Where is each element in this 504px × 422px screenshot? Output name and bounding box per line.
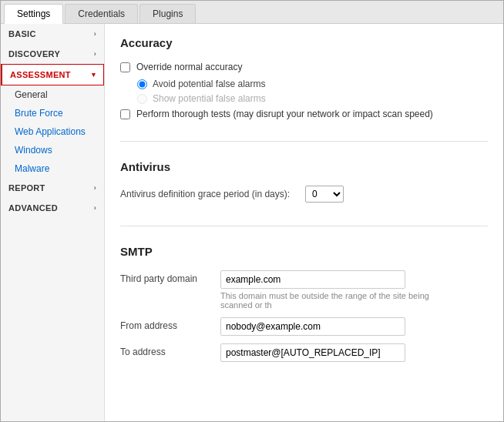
main-area: BASIC › DISCOVERY › ASSESSMENT ▾ General… [1, 24, 503, 421]
smtp-title: SMTP [120, 245, 488, 261]
sidebar-report-label: REPORT [8, 183, 45, 193]
tab-settings[interactable]: Settings [4, 4, 63, 24]
thorough-tests-checkbox[interactable] [120, 109, 130, 119]
sidebar-basic-label: BASIC [8, 29, 36, 39]
sidebar-item-assessment[interactable]: ASSESSMENT ▾ [1, 64, 104, 85]
sidebar-item-advanced[interactable]: ADVANCED › [1, 198, 104, 218]
sidebar: BASIC › DISCOVERY › ASSESSMENT ▾ General… [1, 24, 105, 421]
third-party-domain-group: This domain must be outside the range of… [220, 270, 488, 310]
sidebar-discovery-label: DISCOVERY [8, 49, 60, 59]
chevron-right-icon: › [94, 30, 96, 38]
tab-bar: Settings Credentials Plugins [1, 1, 503, 24]
settings-window: Settings Credentials Plugins BASIC › DIS… [0, 0, 504, 422]
grace-period-select[interactable]: 0 1 2 3 5 7 14 30 [305, 186, 344, 203]
chevron-down-icon: ▾ [92, 71, 96, 79]
third-party-domain-row: Third party domain This domain must be o… [120, 270, 488, 310]
show-alarms-radio[interactable] [137, 94, 147, 104]
from-address-input[interactable] [220, 317, 405, 336]
to-address-input[interactable] [220, 343, 405, 362]
avoid-false-alarms-row: Avoid potential false alarms [137, 79, 488, 89]
antivirus-section: Antivirus Antivirus definition grace per… [120, 160, 488, 226]
from-address-label: From address [120, 317, 220, 331]
sidebar-item-basic[interactable]: BASIC › [1, 24, 104, 44]
third-party-domain-label: Third party domain [120, 270, 220, 284]
grace-period-label: Antivirus definition grace period (in da… [120, 189, 305, 199]
sidebar-sub-brute-force[interactable]: Brute Force [1, 104, 104, 122]
to-address-group [220, 343, 488, 362]
chevron-right-icon: › [94, 184, 96, 192]
show-alarms-label: Show potential false alarms [153, 93, 266, 104]
sidebar-assessment-label: ASSESSMENT [10, 70, 71, 79]
grace-period-row: Antivirus definition grace period (in da… [120, 186, 488, 203]
sidebar-item-discovery[interactable]: DISCOVERY › [1, 44, 104, 64]
avoid-alarms-radio[interactable] [137, 79, 147, 89]
override-accuracy-label: Override normal accuracy [136, 62, 242, 72]
third-party-domain-input[interactable] [220, 270, 405, 289]
sidebar-sub-malware[interactable]: Malware [1, 159, 104, 178]
to-address-label: To address [120, 343, 220, 357]
sidebar-sub-windows[interactable]: Windows [1, 141, 104, 159]
to-address-row: To address [120, 343, 488, 362]
override-accuracy-row: Override normal accuracy [120, 62, 488, 72]
thorough-tests-label: Perform thorough tests (may disrupt your… [136, 109, 433, 119]
override-accuracy-checkbox[interactable] [120, 62, 130, 72]
third-party-domain-hint: This domain must be outside the range of… [220, 291, 452, 310]
sidebar-sub-general[interactable]: General [1, 85, 104, 104]
smtp-section: SMTP Third party domain This domain must… [120, 245, 488, 385]
tab-credentials[interactable]: Credentials [65, 4, 138, 23]
accuracy-section: Accuracy Override normal accuracy Avoid … [120, 36, 488, 142]
from-address-row: From address [120, 317, 488, 336]
accuracy-title: Accuracy [120, 36, 488, 52]
show-false-alarms-row: Show potential false alarms [137, 93, 488, 104]
sidebar-item-report[interactable]: REPORT › [1, 178, 104, 198]
chevron-right-icon: › [94, 50, 96, 58]
thorough-tests-row: Perform thorough tests (may disrupt your… [120, 109, 488, 119]
antivirus-title: Antivirus [120, 160, 488, 176]
sidebar-advanced-label: ADVANCED [8, 203, 58, 213]
sidebar-sub-web-applications[interactable]: Web Applications [1, 122, 104, 141]
avoid-alarms-label: Avoid potential false alarms [153, 79, 266, 89]
tab-plugins[interactable]: Plugins [139, 4, 196, 23]
content-area: Accuracy Override normal accuracy Avoid … [105, 24, 503, 421]
chevron-right-icon: › [94, 204, 96, 212]
radio-group: Avoid potential false alarms Show potent… [137, 79, 488, 104]
from-address-group [220, 317, 488, 336]
